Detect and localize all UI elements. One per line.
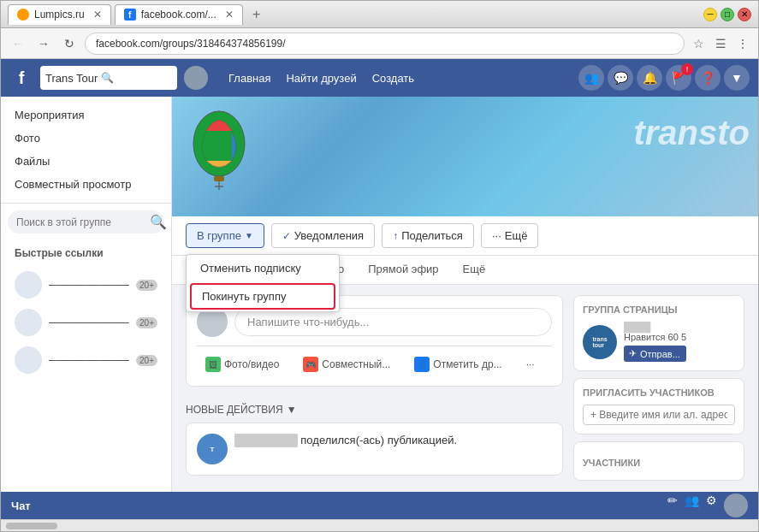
maximize-button[interactable]: □ xyxy=(720,8,734,21)
notifications-icon-btn[interactable]: 🔔 xyxy=(637,65,662,91)
fb-nav-links: Главная Найти друзей Создать xyxy=(222,68,421,88)
lumpics-favicon xyxy=(17,9,29,21)
together-icon: 🎮 xyxy=(303,357,318,372)
members-title: УЧАСТНИКИ xyxy=(583,458,735,471)
address-bar: ← → ↻ ☆ ☰ ⋮ xyxy=(1,28,758,59)
more-dots-icon: ··· xyxy=(492,229,501,242)
group-page-title: ГРУППА СТРАНИЦЫ xyxy=(583,304,735,315)
sidebar-search-input[interactable] xyxy=(16,216,145,228)
together-label: Совместный... xyxy=(322,358,390,370)
quick-link-1[interactable]: ───────────── 20+ xyxy=(1,266,171,304)
share-label: Поделиться xyxy=(401,229,463,242)
sidebar-search-box[interactable]: 🔍 xyxy=(8,210,164,233)
unsubscribe-item[interactable]: Отменить подписку xyxy=(187,255,339,281)
fb-user-avatar xyxy=(184,66,208,90)
address-input[interactable] xyxy=(85,33,685,55)
new-actions-arrow: ▼ xyxy=(287,404,297,416)
quick-link-icon-1 xyxy=(15,271,42,299)
tab-facebook[interactable]: f facebook.com/... ✕ xyxy=(115,4,243,25)
scroll-thumb[interactable] xyxy=(6,523,57,529)
tab-facebook-close[interactable]: ✕ xyxy=(225,9,234,21)
invite-input[interactable] xyxy=(583,405,735,425)
tab-lumpics[interactable]: Lumpics.ru ✕ xyxy=(8,4,111,25)
tab-lumpics-close[interactable]: ✕ xyxy=(93,9,102,21)
page-details: ████ Нравится 60 5 ✈ Отправ... xyxy=(624,322,686,362)
bottom-scrollbar[interactable] xyxy=(1,519,758,531)
extensions-icon[interactable]: ☰ xyxy=(712,35,729,52)
quick-link-icon-3 xyxy=(15,346,42,374)
flag-icon-btn[interactable]: 🚩 ! xyxy=(666,65,691,91)
account-menu-btn[interactable]: ▼ xyxy=(724,65,750,91)
quick-link-badge-3: 20+ xyxy=(136,355,157,366)
members-panel: УЧАСТНИКИ xyxy=(573,441,744,481)
invite-title: ПРИГЛАСИТЬ УЧАСТНИКОВ xyxy=(583,387,735,398)
quick-link-2[interactable]: ───────────── 20+ xyxy=(1,304,171,341)
quick-link-3[interactable]: ───────────── 20+ xyxy=(1,341,171,379)
sidebar-search: 🔍 xyxy=(1,203,171,240)
page-logo: transtour xyxy=(583,325,617,359)
sidebar-item-photos[interactable]: Фото xyxy=(1,127,171,150)
chat-icons: ✏ 👥 ⚙ xyxy=(667,494,748,517)
balloon-svg xyxy=(185,101,253,195)
nav-home[interactable]: Главная xyxy=(222,68,277,88)
messenger-icon-btn[interactable]: 💬 xyxy=(608,65,633,91)
new-tab-button[interactable]: + xyxy=(246,4,267,25)
new-actions-header: НОВЫЕ ДЕЙСТВИЯ ▼ xyxy=(186,397,563,423)
chat-gear-icon[interactable]: ⚙ xyxy=(706,494,717,517)
chat-people-icon[interactable]: 👥 xyxy=(685,494,699,517)
fb-search-box[interactable]: Trans Tour 🔍 xyxy=(40,66,177,90)
together-btn[interactable]: 🎮 Совместный... xyxy=(294,353,399,375)
sidebar-item-events[interactable]: Мероприятия xyxy=(1,103,171,127)
quick-link-icon-2 xyxy=(15,309,42,336)
page-info: transtour ████ Нравится 60 5 ✈ Отправ... xyxy=(583,322,735,362)
main-content: Мероприятия Фото Файлы Совместный просмо… xyxy=(1,97,758,492)
tab-livestream[interactable]: Прямой эфир xyxy=(358,256,448,284)
chat-label: Чат xyxy=(11,499,31,512)
close-button[interactable]: ✕ xyxy=(738,8,751,21)
sidebar-menu: Мероприятия Фото Файлы Совместный просмо… xyxy=(1,97,171,203)
chat-user-avatar xyxy=(724,494,748,517)
page-name: ████ xyxy=(624,322,686,332)
tag-btn[interactable]: 👤 Отметить др... xyxy=(406,353,510,375)
page-content: transto В группе ▼ xyxy=(172,97,758,492)
refresh-button[interactable]: ↻ xyxy=(59,33,80,54)
forward-button[interactable]: → xyxy=(33,33,54,54)
invite-panel: ПРИГЛАСИТЬ УЧАСТНИКОВ xyxy=(573,378,744,434)
more-button[interactable]: ··· Ещё xyxy=(481,223,538,248)
more-post-btn[interactable]: ··· xyxy=(518,355,543,374)
share-button[interactable]: ↑ Поделиться xyxy=(382,223,474,248)
quick-link-badge-1: 20+ xyxy=(136,280,157,291)
posts-main: Напишите что-нибудь... 🖼 Фото/видео 🎮 Со… xyxy=(186,295,563,488)
tab-more[interactable]: Ещё xyxy=(453,256,496,284)
help-icon-btn[interactable]: ❓ xyxy=(695,65,720,91)
sidebar-item-watch-together[interactable]: Совместный просмотр xyxy=(1,173,171,196)
right-sidebar: ГРУППА СТРАНИЦЫ transtour ████ Нравится … xyxy=(573,295,744,488)
nav-find-friends[interactable]: Найти друзей xyxy=(279,68,363,88)
notifications-label: Уведомления xyxy=(294,229,364,242)
notifications-button[interactable]: ✓ Уведомления xyxy=(271,223,375,248)
share-icon: ↑ xyxy=(393,230,398,242)
tag-label: Отметить др... xyxy=(433,358,501,370)
send-message-btn[interactable]: ✈ Отправ... xyxy=(624,346,686,362)
back-button[interactable]: ← xyxy=(8,33,28,54)
friends-icon-btn[interactable]: 👥 xyxy=(578,65,604,91)
leave-group-item[interactable]: Покинуть группу xyxy=(190,283,335,310)
fb-search-text: Trans Tour xyxy=(45,72,98,85)
minimize-button[interactable]: ─ xyxy=(703,8,717,21)
bookmark-icon[interactable]: ☆ xyxy=(690,35,707,52)
in-group-label: В группе xyxy=(197,229,241,242)
tab-facebook-label: facebook.com/... xyxy=(141,9,216,21)
activity-item: T ████████ поделился(-ась) публикацией. xyxy=(186,423,563,476)
write-post-actions: 🖼 Фото/видео 🎮 Совместный... 👤 Отметить … xyxy=(197,346,552,375)
chat-bar: Чат ✏ 👥 ⚙ xyxy=(1,492,758,519)
nav-create[interactable]: Создать xyxy=(365,68,421,88)
search-icon: 🔍 xyxy=(101,72,114,84)
chat-edit-icon[interactable]: ✏ xyxy=(667,494,678,517)
sidebar-item-files[interactable]: Файлы xyxy=(1,150,171,173)
page-likes: Нравится 60 5 xyxy=(624,332,686,342)
activity-username: ████████ xyxy=(234,434,298,446)
in-group-button[interactable]: В группе ▼ xyxy=(186,223,264,248)
photo-video-btn[interactable]: 🖼 Фото/видео xyxy=(197,353,288,375)
quick-link-text-3: ───────────── xyxy=(49,354,129,366)
menu-icon[interactable]: ⋮ xyxy=(734,35,751,52)
